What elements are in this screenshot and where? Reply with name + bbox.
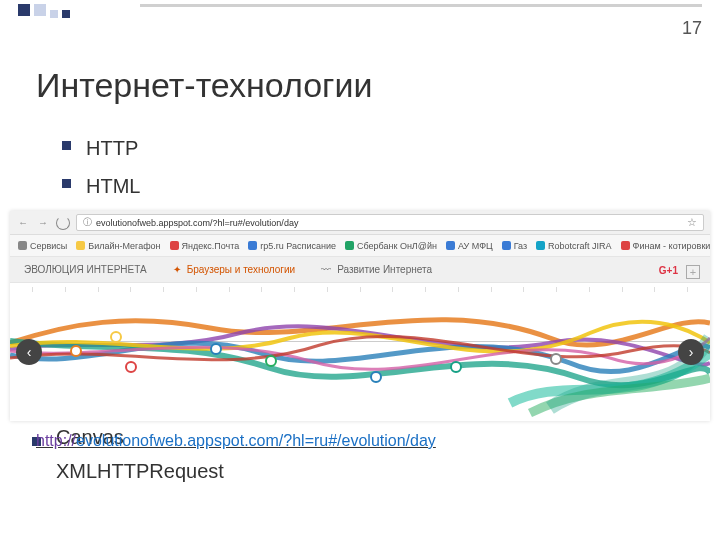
prev-button[interactable]: ‹ bbox=[16, 339, 42, 365]
gplus-button[interactable]: G+1 bbox=[659, 265, 678, 276]
slide-decoration bbox=[0, 0, 70, 18]
page-brand: ЭВОЛЮЦИЯ ИНТЕРНЕТА bbox=[24, 264, 147, 275]
bullet-item: HTTP bbox=[62, 129, 720, 167]
bookmark-item[interactable]: rp5.ru Расписание bbox=[248, 241, 336, 251]
tab-growth[interactable]: 〰 Развитие Интернета bbox=[321, 264, 432, 275]
bookmarks-bar: Сервисы Билайн-Мегафон Яндекс.Почта rp5.… bbox=[10, 235, 710, 257]
bookmark-item[interactable]: Сбербанк ОнЛ@йн bbox=[345, 241, 437, 251]
bookmark-item[interactable]: Яндекс.Почта bbox=[170, 241, 240, 251]
star-icon[interactable]: ☆ bbox=[687, 216, 697, 229]
info-icon: ⓘ bbox=[83, 216, 92, 229]
browser-chrome: ← → ⓘ evolutionofweb.appspot.com/?hl=ru#… bbox=[10, 211, 710, 235]
page-number: 17 bbox=[682, 18, 702, 39]
bullet-list: HTTP HTML bbox=[62, 129, 720, 205]
source-link[interactable]: http://evolutionofweb.appspot.com/?hl=ru… bbox=[36, 432, 436, 450]
bookmark-item[interactable]: Robotcraft JIRA bbox=[536, 241, 612, 251]
bookmark-item[interactable]: Сервисы bbox=[18, 241, 67, 251]
stream-graph bbox=[10, 283, 710, 421]
timeline-node[interactable] bbox=[110, 331, 122, 343]
bookmark-item[interactable]: Финам - котировки bbox=[621, 241, 710, 251]
forward-icon[interactable]: → bbox=[36, 216, 50, 230]
url-bar[interactable]: ⓘ evolutionofweb.appspot.com/?hl=ru#/evo… bbox=[76, 214, 704, 231]
timeline-node[interactable] bbox=[550, 353, 562, 365]
timeline-node[interactable] bbox=[450, 361, 462, 373]
timeline-node[interactable] bbox=[210, 343, 222, 355]
bookmark-item[interactable]: АУ МФЦ bbox=[446, 241, 493, 251]
page-header: ЭВОЛЮЦИЯ ИНТЕРНЕТА ✦ Браузеры и технолог… bbox=[10, 257, 710, 283]
screenshot: ← → ⓘ evolutionofweb.appspot.com/?hl=ru#… bbox=[10, 211, 710, 421]
timeline-node[interactable] bbox=[70, 345, 82, 357]
timeline: ‹ › bbox=[10, 283, 710, 421]
header-rule bbox=[140, 4, 702, 7]
url-text: evolutionofweb.appspot.com/?hl=ru#/evolu… bbox=[96, 218, 298, 228]
back-icon[interactable]: ← bbox=[16, 216, 30, 230]
bookmark-item[interactable]: Билайн-Мегафон bbox=[76, 241, 160, 251]
slide-title: Интернет-технологии bbox=[36, 66, 720, 105]
add-button[interactable]: + bbox=[686, 265, 700, 279]
bullet-item-xhr: XMLHTTPRequest bbox=[56, 460, 224, 483]
timeline-node[interactable] bbox=[125, 361, 137, 373]
timeline-node[interactable] bbox=[370, 371, 382, 383]
bookmark-item[interactable]: Газ bbox=[502, 241, 527, 251]
reload-icon[interactable] bbox=[56, 216, 70, 230]
tab-browsers[interactable]: ✦ Браузеры и технологии bbox=[173, 264, 296, 275]
bullet-item: HTML bbox=[62, 167, 720, 205]
timeline-node[interactable] bbox=[265, 355, 277, 367]
next-button[interactable]: › bbox=[678, 339, 704, 365]
